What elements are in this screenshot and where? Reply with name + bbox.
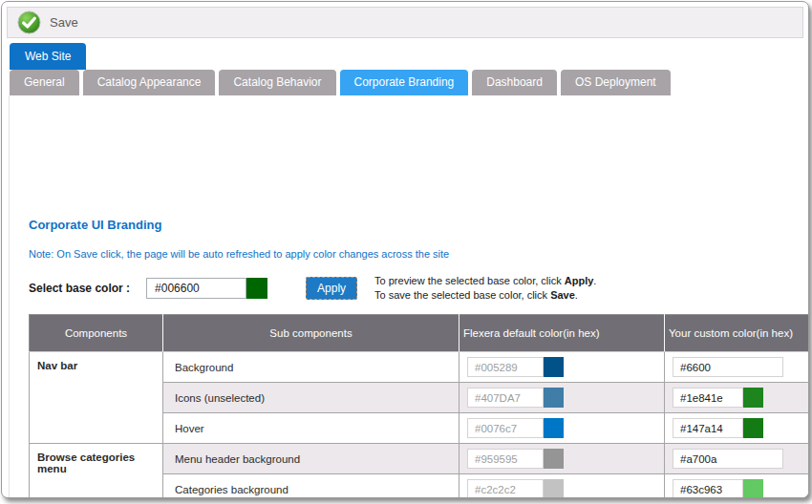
component-cell: Browse categories menu <box>30 444 163 499</box>
sub-component-cell: Menu header background <box>163 444 459 474</box>
custom-color-swatch <box>743 388 763 408</box>
custom-color-cell <box>665 383 810 413</box>
custom-hex-input[interactable] <box>673 449 783 469</box>
header-default-color: Flexera default color(in hex) <box>459 315 665 352</box>
custom-hex-input[interactable] <box>673 357 783 377</box>
default-hex-input <box>467 418 544 438</box>
default-color-cell <box>459 383 665 413</box>
content-panel: Corporate UI Branding Note: On Save clic… <box>9 95 803 497</box>
tab-bar: GeneralCatalog AppearanceCatalog Behavio… <box>10 70 671 95</box>
base-color-instructions: To preview the selected base color, clic… <box>374 274 596 303</box>
tab-web-site[interactable]: Web Site <box>10 43 86 70</box>
custom-color-swatch <box>743 418 763 438</box>
default-color-swatch <box>544 357 564 377</box>
sub-component-cell: Categories background <box>163 474 459 499</box>
custom-color-cell <box>665 444 810 474</box>
custom-color-swatch <box>743 479 763 498</box>
sub-component-cell: Icons (unselected) <box>163 383 459 413</box>
default-hex-input <box>467 449 544 469</box>
table-row: Browse categories menuMenu header backgr… <box>30 444 810 474</box>
base-color-swatch <box>246 278 267 299</box>
custom-hex-input[interactable] <box>673 388 743 408</box>
default-color-swatch <box>544 479 564 498</box>
sub-component-cell: Background <box>163 352 459 383</box>
page-title: Corporate UI Branding <box>29 218 161 232</box>
save-button[interactable]: Save <box>17 10 78 34</box>
default-hex-input <box>467 357 544 377</box>
tab-dashboard[interactable]: Dashboard <box>472 70 557 95</box>
default-color-swatch <box>544 449 564 469</box>
header-custom-color: Your custom color(in hex) <box>665 315 810 352</box>
application-window: Save Web Site GeneralCatalog AppearanceC… <box>1 1 809 498</box>
default-color-cell <box>459 474 665 499</box>
default-color-swatch <box>544 388 564 408</box>
save-button-label: Save <box>50 15 78 30</box>
header-components: Components <box>30 315 163 352</box>
custom-hex-input[interactable] <box>673 418 743 438</box>
sub-component-cell: Hover <box>163 413 459 444</box>
default-color-cell <box>459 413 665 444</box>
tab-catalog-behavior[interactable]: Catalog Behavior <box>219 70 335 95</box>
tab-os-deployment[interactable]: OS Deployment <box>561 70 671 95</box>
component-cell: Nav bar <box>30 352 163 444</box>
tab-general[interactable]: General <box>10 70 79 95</box>
base-color-label: Select base color : <box>29 282 130 295</box>
tab-catalog-appearance[interactable]: Catalog Appearance <box>83 70 216 95</box>
apply-button[interactable]: Apply <box>306 277 357 300</box>
default-hex-input <box>467 479 544 498</box>
toolbar: Save <box>7 7 803 38</box>
base-color-input[interactable] <box>146 278 246 299</box>
instruction-line: To preview the selected base color, clic… <box>374 274 596 288</box>
default-color-cell <box>459 444 665 474</box>
table-row: Nav barBackground <box>30 352 810 383</box>
page-note: Note: On Save click, the page will be au… <box>29 248 449 260</box>
default-color-cell <box>459 352 665 383</box>
custom-color-cell <box>665 352 810 383</box>
default-color-swatch <box>544 418 564 438</box>
instruction-line: To save the selected base color, click S… <box>374 288 596 303</box>
custom-hex-input[interactable] <box>673 479 743 498</box>
custom-color-cell <box>665 474 810 499</box>
default-hex-input <box>467 388 544 408</box>
tab-corporate-branding[interactable]: Corporate Branding <box>340 70 469 95</box>
base-color-row: Select base color : Apply To preview the… <box>29 274 596 303</box>
save-check-icon <box>17 10 41 34</box>
branding-table: Components Sub components Flexera defaul… <box>29 314 809 498</box>
custom-color-cell <box>665 413 810 444</box>
branding-table-header: Components Sub components Flexera defaul… <box>30 315 810 352</box>
header-sub-components: Sub components <box>163 315 459 352</box>
